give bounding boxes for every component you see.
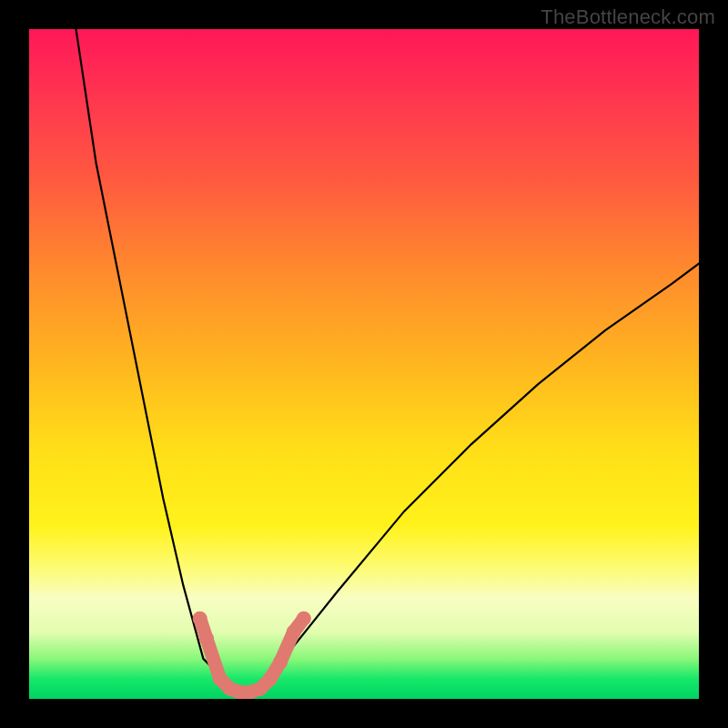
- marker-group: [193, 612, 311, 699]
- marker-dot: [273, 655, 288, 670]
- curve-right-branch: [244, 264, 699, 699]
- chart-frame: TheBottleneck.com: [0, 0, 728, 728]
- curve-left-branch: [76, 29, 244, 699]
- marker-dot: [199, 632, 214, 646]
- marker-dot: [297, 612, 311, 626]
- plot-area: [29, 29, 699, 699]
- watermark-text: TheBottleneck.com: [541, 5, 715, 29]
- marker-dot: [263, 672, 278, 686]
- chart-svg: [29, 29, 699, 699]
- marker-dot: [193, 612, 207, 626]
- marker-dot: [287, 624, 301, 639]
